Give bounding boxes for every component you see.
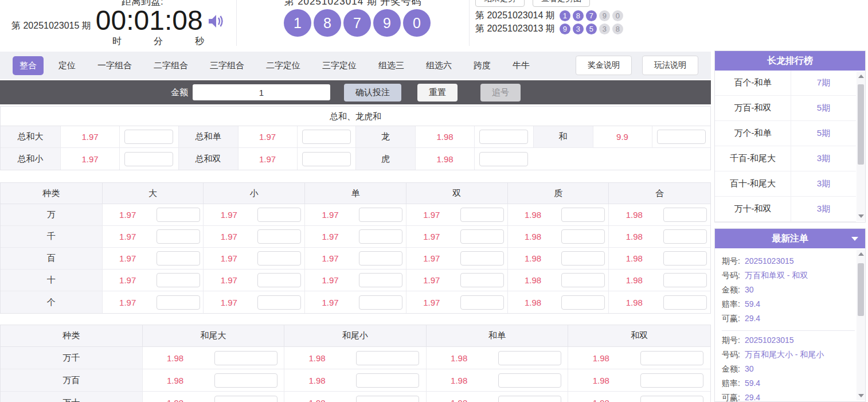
odds-value[interactable]: 1.98 — [568, 392, 634, 402]
odds-value[interactable]: 1.97 — [103, 248, 153, 269]
odds-value[interactable]: 1.97 — [305, 291, 355, 313]
bet-amount-input[interactable] — [479, 130, 528, 144]
odds-value[interactable]: 1.98 — [508, 291, 558, 313]
bet-amount-input[interactable] — [663, 273, 707, 287]
bet-amount-input[interactable] — [359, 229, 402, 244]
tab-一字组合[interactable]: 一字组合 — [91, 56, 139, 75]
bet-amount-input[interactable] — [663, 295, 707, 310]
bet-amount-input[interactable] — [302, 152, 351, 166]
bet-amount-input[interactable] — [561, 251, 605, 266]
bet-amount-input[interactable] — [561, 295, 605, 310]
odds-value[interactable]: 1.97 — [103, 291, 153, 313]
odds-value[interactable]: 1.97 — [61, 126, 120, 147]
bet-amount-input[interactable] — [214, 351, 277, 365]
bet-amount-input[interactable] — [460, 295, 504, 310]
bet-amount-input[interactable] — [157, 229, 200, 244]
rank-row[interactable]: 万个-和单5期 — [715, 121, 856, 146]
bet-amount-input[interactable] — [640, 396, 703, 402]
bet-amount-input[interactable] — [479, 152, 528, 166]
bet-amount-input[interactable] — [356, 373, 419, 388]
odds-value[interactable]: 1.97 — [305, 270, 355, 291]
result-trend-button[interactable]: 结果走势 — [475, 0, 525, 7]
bet-amount-input[interactable] — [257, 208, 301, 222]
scrollbar-thumb[interactable] — [858, 263, 864, 316]
bet-amount-input[interactable] — [214, 373, 277, 388]
odds-value[interactable]: 1.97 — [103, 204, 153, 225]
bet-amount-input[interactable] — [657, 130, 706, 144]
bet-amount-input[interactable] — [663, 208, 707, 222]
bet-amount-input[interactable] — [356, 396, 419, 402]
orders-panel-header[interactable]: 最新注单 — [715, 229, 865, 248]
odds-value[interactable]: 9.9 — [593, 126, 652, 147]
odds-value[interactable]: 1.98 — [609, 226, 659, 247]
odds-value[interactable]: 1.98 — [568, 369, 634, 391]
odds-value[interactable]: 1.98 — [284, 369, 350, 391]
odds-value[interactable]: 1.98 — [609, 204, 659, 225]
bet-amount-input[interactable] — [561, 229, 605, 244]
rank-scrollbar[interactable] — [857, 72, 865, 221]
odds-value[interactable]: 1.98 — [427, 392, 492, 402]
bet-amount-input[interactable] — [561, 273, 605, 287]
bet-amount-input[interactable] — [157, 251, 200, 266]
odds-value[interactable]: 1.98 — [508, 270, 558, 291]
odds-value[interactable]: 1.98 — [609, 248, 659, 269]
odds-value[interactable]: 1.97 — [305, 248, 355, 269]
bet-amount-input[interactable] — [663, 251, 707, 266]
scroll-up-icon[interactable] — [857, 249, 865, 259]
bet-amount-input[interactable] — [359, 251, 402, 266]
odds-value[interactable]: 1.98 — [508, 226, 558, 247]
tab-三字组合[interactable]: 三字组合 — [203, 56, 251, 75]
rank-row[interactable]: 万十-和双3期 — [715, 197, 856, 222]
bet-amount-input[interactable] — [356, 351, 419, 365]
scroll-down-icon[interactable] — [857, 391, 865, 400]
tab-组选三[interactable]: 组选三 — [372, 56, 411, 75]
bet-amount-input[interactable] — [640, 351, 703, 365]
chevron-down-icon[interactable] — [851, 237, 858, 241]
odds-value[interactable]: 1.98 — [427, 369, 492, 391]
odds-value[interactable]: 1.98 — [416, 126, 475, 147]
odds-value[interactable]: 1.98 — [284, 347, 350, 369]
odds-value[interactable]: 1.97 — [406, 291, 457, 313]
prize-info-button[interactable]: 奖金说明 — [576, 56, 632, 75]
scroll-down-icon[interactable] — [857, 212, 865, 221]
tab-二字定位[interactable]: 二字定位 — [259, 56, 307, 75]
odds-value[interactable]: 1.97 — [406, 226, 457, 247]
bet-amount-input[interactable] — [157, 295, 200, 310]
bet-amount-input[interactable] — [359, 295, 402, 310]
odds-value[interactable]: 1.98 — [143, 392, 208, 402]
odds-value[interactable]: 1.98 — [143, 347, 208, 369]
odds-value[interactable]: 1.98 — [416, 148, 475, 170]
odds-value[interactable]: 1.98 — [609, 270, 659, 291]
bet-amount-input[interactable] — [257, 229, 301, 244]
odds-value[interactable]: 1.97 — [204, 270, 254, 291]
tab-组选六[interactable]: 组选六 — [419, 56, 459, 75]
bet-amount-input[interactable] — [498, 351, 561, 365]
bet-amount-input[interactable] — [124, 152, 173, 166]
odds-value[interactable]: 1.98 — [143, 369, 208, 391]
odds-value[interactable]: 1.97 — [204, 226, 254, 247]
odds-value[interactable]: 1.97 — [204, 291, 254, 313]
odds-value[interactable]: 1.97 — [305, 204, 355, 225]
bet-amount-input[interactable] — [460, 251, 504, 266]
bet-amount-input[interactable] — [460, 273, 504, 287]
tab-牛牛[interactable]: 牛牛 — [506, 56, 537, 75]
bet-amount-input[interactable] — [561, 208, 605, 222]
bet-amount-input[interactable] — [640, 373, 703, 388]
bet-amount-input[interactable] — [359, 273, 402, 287]
odds-value[interactable]: 1.98 — [508, 248, 558, 269]
odds-value[interactable]: 1.98 — [284, 392, 350, 402]
view-trend-chart-button[interactable]: 查看走势图 — [533, 0, 590, 7]
reset-button[interactable]: 重置 — [417, 84, 458, 102]
bet-amount-input[interactable] — [460, 229, 504, 244]
odds-value[interactable]: 1.97 — [103, 226, 153, 247]
speaker-icon[interactable] — [206, 12, 225, 33]
rank-row[interactable]: 百个-和单7期 — [715, 71, 856, 96]
odds-value[interactable]: 1.98 — [609, 291, 659, 313]
odds-value[interactable]: 1.97 — [406, 270, 457, 291]
odds-value[interactable]: 1.97 — [406, 204, 457, 225]
confirm-bet-button[interactable]: 确认投注 — [344, 84, 401, 102]
odds-value[interactable]: 1.97 — [204, 204, 254, 225]
chase-number-button[interactable]: 追号 — [480, 84, 521, 102]
bet-amount-input[interactable] — [498, 396, 561, 402]
rules-info-button[interactable]: 玩法说明 — [642, 56, 698, 75]
